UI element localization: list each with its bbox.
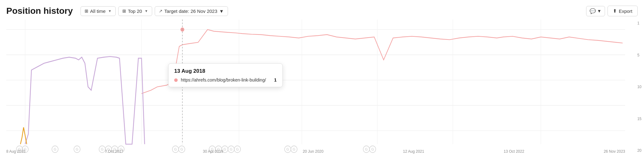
tooltip-color-dot — [174, 78, 178, 82]
x-label-4: 20 Jun 2020 — [303, 149, 324, 154]
x-label-1: 8 Aug 2015 — [6, 149, 25, 154]
export-label: Export — [619, 8, 632, 14]
comment-button[interactable]: 💬 ▼ — [586, 6, 605, 16]
tooltip-url: https://ahrefs.com/blog/broken-link-buil… — [181, 77, 266, 82]
calendar-icon: ⊞ — [85, 8, 88, 13]
purple-series-line — [25, 56, 145, 144]
chart-tooltip: 13 Aug 2018 https://ahrefs.com/blog/brok… — [168, 63, 283, 87]
toolbar-right: 💬 ▼ ⬆ Export — [586, 6, 638, 16]
y-label-3: 10 — [637, 85, 641, 89]
grid-icon: ⊞ — [122, 8, 126, 13]
all-time-label: All time — [90, 8, 106, 14]
target-date-button[interactable]: ↗ Target date: 26 Nov 2023 ▼ — [155, 6, 228, 16]
toolbar: Position history ⊞ All time ▼ ⊞ Top 20 ▼… — [0, 0, 644, 19]
x-label-6: 13 Oct 2022 — [504, 149, 524, 154]
export-button[interactable]: ⬆ Export — [608, 6, 638, 16]
tooltip-row: https://ahrefs.com/blog/broken-link-buil… — [174, 77, 277, 82]
x-label-5: 12 Aug 2021 — [403, 149, 424, 154]
y-label-5: 20 — [637, 148, 641, 153]
all-time-chevron: ▼ — [108, 9, 112, 13]
trend-icon: ↗ — [159, 8, 163, 13]
export-icon: ⬆ — [613, 8, 617, 14]
x-axis: 8 Aug 2015 7 Oct 2017 30 Apr 2019 20 Jun… — [6, 149, 625, 154]
top-20-button[interactable]: ⊞ Top 20 ▼ — [118, 6, 152, 16]
comment-icon: 💬 — [590, 8, 596, 14]
chart-svg: G G G G G G G G G G G G — [6, 19, 625, 154]
chart-container: G G G G G G G G G G G G — [0, 19, 644, 154]
y-label-4: 15 — [637, 117, 641, 121]
comment-chevron: ▼ — [597, 8, 602, 13]
y-label-2: 5 — [637, 53, 641, 57]
y-axis: 1 5 10 15 20 — [637, 19, 641, 154]
y-label-1: 1 — [637, 21, 641, 25]
x-label-7: 26 Nov 2023 — [604, 149, 625, 154]
x-label-3: 30 Apr 2019 — [203, 149, 223, 154]
tooltip-date: 13 Aug 2018 — [174, 68, 277, 74]
target-date-label: Target date: 26 Nov 2023 — [164, 8, 217, 14]
target-date-chevron: ▼ — [219, 8, 224, 14]
tooltip-rank: 1 — [274, 77, 277, 82]
top-20-chevron: ▼ — [145, 9, 148, 13]
all-time-button[interactable]: ⊞ All time ▼ — [80, 6, 116, 16]
top-20-label: Top 20 — [128, 8, 142, 14]
x-label-2: 7 Oct 2017 — [105, 149, 124, 154]
page-title: Position history — [6, 6, 73, 16]
